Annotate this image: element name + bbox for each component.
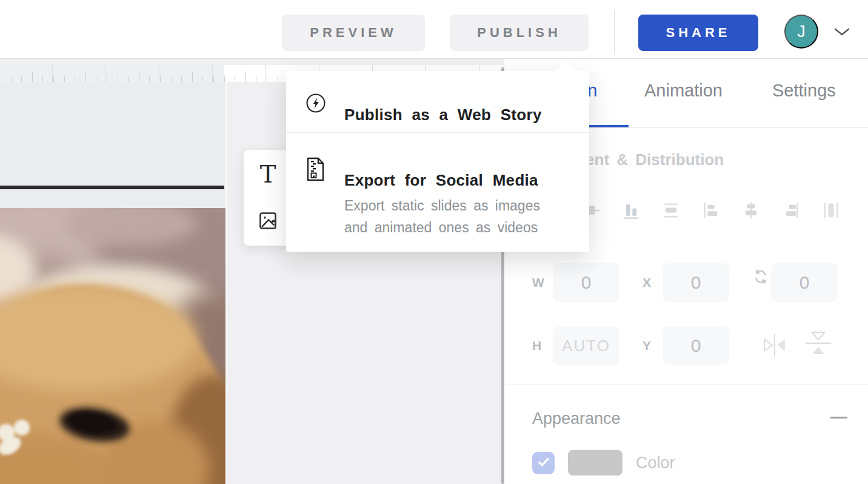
ruler-tick: [149, 76, 150, 82]
app-window: T Design Animation Settings Alignment & …: [0, 0, 868, 484]
ruler-tick: [64, 76, 65, 82]
preview-button[interactable]: PREVIEW: [282, 15, 425, 51]
tab-settings[interactable]: Settings: [772, 81, 836, 101]
appearance-section-title: Appearance: [532, 409, 621, 428]
x-label: X: [643, 275, 651, 290]
height-label: H: [532, 338, 541, 353]
ruler-tick: [107, 76, 107, 82]
flip-vertical-icon[interactable]: [803, 328, 834, 361]
menu-item-label: Publish as a Web Story: [344, 106, 542, 124]
x-input[interactable]: 0: [663, 263, 729, 302]
ruler-tick: [213, 76, 214, 82]
user-menu-chevron-icon[interactable]: [833, 27, 851, 39]
ruler-tick: [245, 72, 246, 82]
image-icon: [258, 211, 278, 232]
toolbar-divider: [614, 10, 615, 53]
publish-dropdown-menu: Publish as a Web Story Export for Social…: [286, 71, 589, 252]
flip-horizontal-icon[interactable]: [760, 331, 789, 361]
ruler-segment-separator: [105, 65, 106, 82]
dropdown-caret: [555, 61, 577, 71]
lightning-circle-icon: [305, 93, 326, 116]
slide-edge-gap: [225, 65, 227, 484]
distribute-horizontal-icon[interactable]: [821, 198, 841, 223]
ruler-tick: [139, 72, 139, 82]
height-input[interactable]: AUTO: [553, 326, 619, 365]
ruler-segment-separator: [212, 65, 213, 82]
align-bottom-icon[interactable]: [621, 198, 641, 223]
ruler-tick: [96, 76, 96, 82]
width-input[interactable]: 0: [553, 263, 619, 302]
share-button[interactable]: SHARE: [638, 15, 758, 51]
rotate-icon: [752, 267, 770, 288]
publish-button[interactable]: PUBLISH: [450, 15, 589, 51]
ruler-tick: [181, 76, 182, 82]
text-tool-icon: T: [260, 162, 276, 186]
ruler-tick: [128, 76, 129, 82]
collapse-section-icon[interactable]: [830, 417, 847, 418]
zip-document-icon: [305, 157, 325, 184]
color-swatch[interactable]: [568, 450, 623, 476]
ruler-tick: [21, 76, 22, 82]
ruler-tick: [160, 76, 161, 82]
color-enabled-checkbox[interactable]: [532, 452, 555, 474]
ruler-tick: [53, 76, 54, 82]
slide-divider-element[interactable]: [0, 186, 224, 189]
ruler-segment-separator: [265, 65, 266, 82]
checkmark-icon: [538, 457, 550, 469]
ruler-tick: [192, 72, 193, 82]
align-right-icon[interactable]: [781, 198, 801, 223]
ruler-offpage-band: [0, 65, 224, 82]
ruler-tick: [256, 76, 256, 82]
alignment-toolbar: [581, 198, 841, 223]
tab-animation[interactable]: Animation: [644, 81, 723, 101]
tool-palette: T: [244, 150, 292, 246]
ruler-tick: [267, 76, 267, 82]
ruler-tick: [75, 76, 75, 82]
description-line: and animated ones as videos: [344, 217, 540, 238]
ruler-tick: [171, 76, 172, 82]
menu-item-description: Export static slides as images and anima…: [344, 195, 540, 238]
text-tool-button[interactable]: T: [244, 150, 292, 198]
ruler-tick: [42, 76, 43, 82]
top-toolbar: PREVIEW PUBLISH SHARE J: [0, 0, 868, 59]
user-avatar[interactable]: J: [784, 15, 818, 49]
image-tool-button[interactable]: [244, 198, 292, 246]
ruler-segment-separator: [52, 65, 53, 82]
ruler-tick: [235, 76, 235, 82]
ruler-segment-separator: [159, 65, 159, 82]
ruler-tick: [224, 76, 225, 82]
y-input[interactable]: 0: [663, 326, 729, 365]
distribute-vertical-icon[interactable]: [661, 198, 681, 223]
width-label: W: [532, 275, 544, 290]
color-row: Color: [532, 450, 675, 476]
align-left-icon[interactable]: [701, 198, 721, 223]
ruler-tick: [118, 76, 118, 82]
ruler-tick: [202, 76, 203, 82]
dog-photo[interactable]: [0, 208, 225, 484]
align-center-icon[interactable]: [741, 198, 761, 223]
y-label: Y: [643, 338, 651, 353]
ruler-tick: [278, 76, 278, 82]
color-label: Color: [636, 454, 675, 472]
ruler-tick: [85, 72, 86, 82]
rotation-input[interactable]: 0: [771, 263, 838, 302]
menu-item-label: Export for Social Media: [344, 171, 538, 190]
appearance-divider: [507, 385, 868, 385]
description-line: Export static slides as images: [344, 195, 540, 217]
ruler-tick: [11, 76, 12, 82]
ruler-tick: [32, 72, 33, 82]
